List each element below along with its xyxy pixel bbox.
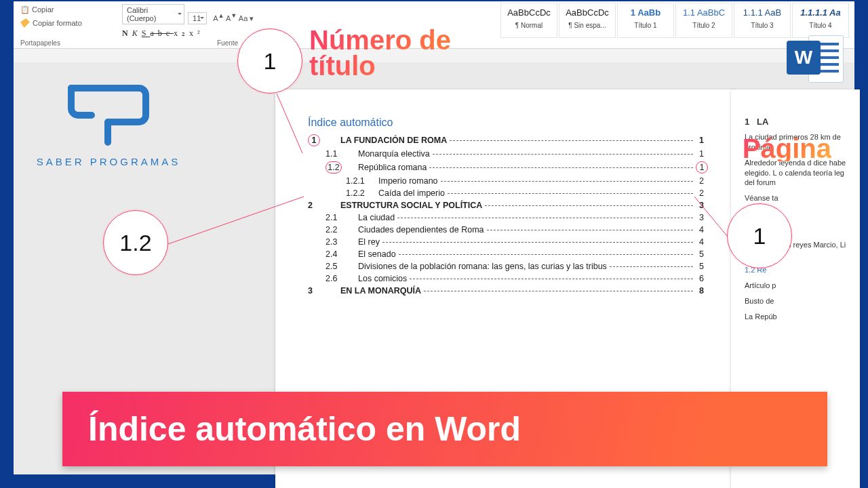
- toc-row[interactable]: 2.1La ciudad3: [308, 213, 704, 222]
- toc-row[interactable]: 1.2República romana1: [308, 161, 704, 174]
- toc-row[interactable]: 2.6Los comicios6: [308, 274, 704, 283]
- saber-programas-text: SABER PROGRAMAS: [20, 156, 197, 167]
- toc-leader: [487, 230, 693, 230]
- toc-page: 3: [696, 201, 704, 210]
- title-banner: Índice automático en Word: [62, 392, 827, 466]
- saber-programas-logo: SABER PROGRAMAS: [20, 75, 197, 167]
- brush-icon: [20, 18, 30, 28]
- toc-text: Imperio romano: [378, 176, 438, 186]
- toc-leader: [610, 266, 693, 267]
- toc-text: LA FUNDACIÓN DE ROMA: [340, 136, 447, 145]
- toc-page: 1: [696, 136, 704, 145]
- toc-text: EN LA MONARQUÍA: [340, 286, 421, 296]
- toc-page: 4: [696, 225, 704, 235]
- toc-leader: [450, 140, 693, 141]
- word-app-icon: W: [787, 33, 844, 87]
- toc-page: 6: [696, 274, 704, 283]
- page2-p8: La Repúb: [745, 312, 854, 322]
- toc-num: 2.5: [326, 262, 358, 271]
- toc-text: Divisiones de la población romana: las g…: [358, 262, 607, 271]
- label-pagina: Página: [743, 136, 831, 161]
- format-painter-button[interactable]: Copiar formato: [20, 18, 82, 28]
- toc-leader: [399, 254, 693, 255]
- style-heading2[interactable]: 1.1 AaBbCTítulo 2: [675, 3, 732, 38]
- word-letter: W: [787, 41, 821, 75]
- page2-p7: Busto de: [745, 296, 854, 306]
- toc-leader: [424, 291, 693, 291]
- copy-label: Copiar: [32, 5, 54, 14]
- toc-text: Los comicios: [358, 274, 407, 283]
- toc-num: 1: [308, 134, 340, 146]
- toc-leader: [397, 218, 693, 218]
- toc-text: El senado: [358, 249, 396, 259]
- toc-row[interactable]: 1.2.1Imperio romano2: [308, 176, 704, 186]
- toc-page: 5: [696, 249, 704, 259]
- font-size-combo[interactable]: 11: [188, 12, 207, 24]
- page2-p6: Artículo p: [745, 281, 854, 291]
- style-heading1[interactable]: 1 AaBbTítulo 1: [617, 3, 674, 38]
- toc-text: La ciudad: [358, 213, 395, 222]
- page2-p3: Véanse ta: [745, 193, 854, 203]
- toc-row[interactable]: 1.1Monarquía electiva1: [308, 149, 704, 159]
- format-label: Copiar formato: [33, 19, 82, 27]
- italic-button[interactable]: K: [132, 28, 142, 38]
- toc-page: 8: [696, 286, 704, 296]
- toc-num: 2: [308, 201, 340, 210]
- toc-text: Monarquía electiva: [358, 149, 430, 159]
- style-no-spacing[interactable]: AaBbCcDc¶ Sin espa...: [559, 3, 616, 38]
- toc-row[interactable]: 1.2.2Caída del imperio2: [308, 188, 704, 198]
- toc-leader: [433, 154, 693, 155]
- toc-text: ESTRUCTURA SOCIAL Y POLÍTICA: [340, 201, 482, 210]
- font-group-label: Fuente: [217, 39, 238, 47]
- toc-text: El rey: [358, 237, 380, 247]
- toc-leader: [485, 205, 693, 206]
- toc: 1LA FUNDACIÓN DE ROMA11.1Monarquía elect…: [308, 134, 704, 296]
- bold-button[interactable]: N: [122, 28, 132, 38]
- clipboard-group: 📋 Copiar Copiar formato: [20, 5, 82, 28]
- superscript-button[interactable]: x²: [189, 28, 204, 38]
- toc-leader: [429, 167, 693, 168]
- toc-text: Ciudades dependientes de Roma: [358, 225, 484, 235]
- style-heading3[interactable]: 1.1.1 AaBTítulo 3: [734, 3, 791, 38]
- copy-button[interactable]: 📋 Copiar: [20, 5, 82, 14]
- toc-num: 1.2: [326, 161, 358, 174]
- toc-num: 2.3: [326, 237, 358, 247]
- toc-row[interactable]: 3EN LA MONARQUÍA8: [308, 286, 704, 296]
- callout-circle-title-number: 1: [237, 28, 302, 94]
- toc-page: 2: [696, 188, 704, 198]
- toc-row[interactable]: 1LA FUNDACIÓN DE ROMA1: [308, 134, 704, 146]
- toc-num: 2.2: [326, 225, 358, 235]
- toc-text: República romana: [358, 163, 427, 172]
- page2-heading1: 1 LA: [745, 117, 854, 127]
- toc-page: 1: [696, 161, 704, 174]
- toc-row[interactable]: 2.2Ciudades dependientes de Roma4: [308, 225, 704, 235]
- toc-num: 1.2.1: [346, 176, 378, 186]
- toc-num: 1.1: [326, 149, 358, 159]
- subscript-button[interactable]: x₂: [174, 28, 189, 38]
- toc-row[interactable]: 2.3El rey4: [308, 237, 704, 247]
- toc-leader: [410, 279, 693, 279]
- toc-leader: [382, 242, 693, 243]
- toc-text: Caída del imperio: [378, 188, 445, 198]
- toc-leader: [448, 193, 693, 194]
- toc-num: 2.1: [326, 213, 358, 222]
- strike-button[interactable]: abc: [150, 28, 174, 38]
- font-name-combo[interactable]: Calibri (Cuerpo): [122, 4, 184, 24]
- toc-row[interactable]: 2ESTRUCTURA SOCIAL Y POLÍTICA3: [308, 201, 704, 210]
- toc-num: 3: [308, 286, 340, 296]
- toc-row[interactable]: 2.4El senado5: [308, 249, 704, 259]
- callout-circle-subtitle-number: 1.2: [103, 210, 168, 275]
- callout-circle-page-number: 1: [727, 203, 792, 268]
- toc-page: 5: [696, 262, 704, 271]
- toc-leader: [441, 181, 693, 182]
- label-numero-de-titulo: Número de título: [309, 27, 526, 79]
- toc-page: 4: [696, 237, 704, 247]
- underline-button[interactable]: S: [142, 28, 151, 38]
- toc-num: 2.6: [326, 274, 358, 283]
- title-banner-text: Índice automático en Word: [88, 409, 521, 449]
- toc-num: 1.2.2: [346, 188, 378, 198]
- toc-page: 1: [696, 149, 704, 159]
- toc-num: 2.4: [326, 249, 358, 259]
- toc-page: 2: [696, 176, 704, 186]
- toc-row[interactable]: 2.5Divisiones de la población romana: la…: [308, 262, 704, 271]
